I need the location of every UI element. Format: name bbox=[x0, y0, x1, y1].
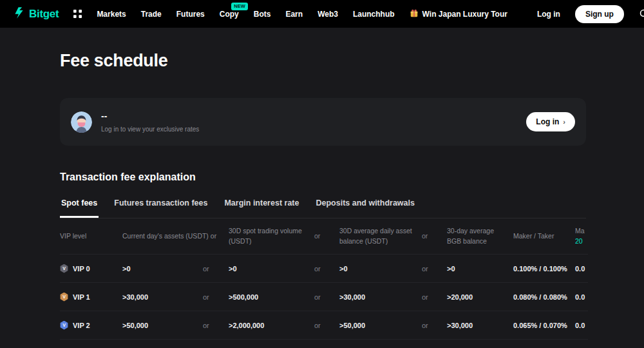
col-header-vip: VIP level bbox=[60, 231, 122, 241]
volume-cell: >500,000 bbox=[229, 293, 314, 301]
volume-cell: >2,000,000 bbox=[229, 322, 314, 329]
table-row-vip2: V VIP 2 >50,000 or >2,000,000 or >50,000… bbox=[60, 311, 588, 340]
volume-cell: >0 bbox=[229, 265, 314, 273]
user-rates-card: -- Log in to view your exclusive rates L… bbox=[60, 98, 586, 146]
col-header-clipped: Ma 20 bbox=[575, 226, 588, 246]
vip-level-cell: V VIP 2 bbox=[60, 321, 122, 330]
nav-item-web3[interactable]: Web3 bbox=[317, 10, 338, 19]
vip-level-cell: V VIP 1 bbox=[60, 293, 122, 302]
col-header-volume: 30D spot trading volume (USDT) bbox=[229, 226, 314, 246]
clipped-cell: 0.0 bbox=[575, 322, 588, 329]
login-note: Log in to view your exclusive rates bbox=[101, 126, 199, 133]
col-header-balance: 30D average daily asset balance (USDT) bbox=[339, 226, 422, 246]
balance-cell: >0 bbox=[339, 265, 422, 273]
maker-taker-cell: 0.080% / 0.080% bbox=[513, 293, 575, 301]
col-header-or-2: or bbox=[422, 231, 447, 241]
nav-login-link[interactable]: Log in bbox=[537, 10, 560, 19]
search-icon[interactable] bbox=[639, 8, 644, 19]
bitget-logo-word: Bitget bbox=[29, 8, 59, 21]
nav-item-bots[interactable]: Bots bbox=[254, 10, 271, 19]
tab-spot-fees[interactable]: Spot fees bbox=[60, 198, 99, 218]
bgb-cell: >0 bbox=[447, 265, 513, 273]
balance-cell: >50,000 bbox=[339, 322, 422, 329]
nav-promo-japan-tour[interactable]: Win Japan Luxury Tour bbox=[410, 8, 507, 19]
table-row-vip1: V VIP 1 >30,000 or >500,000 or >30,000 o… bbox=[60, 283, 588, 311]
nav-item-markets[interactable]: Markets bbox=[97, 10, 126, 19]
username: -- bbox=[101, 111, 199, 121]
chevron-right-icon: › bbox=[563, 118, 565, 126]
vip-level-cell: V VIP 0 bbox=[60, 264, 122, 273]
new-badge: NEW bbox=[231, 3, 248, 10]
signup-button[interactable]: Sign up bbox=[575, 5, 624, 23]
vip-badge-icon: V bbox=[60, 264, 68, 273]
gift-icon bbox=[410, 8, 419, 19]
table-row-vip0: V VIP 0 >0 or >0 or >0 or >0 0.100% / 0.… bbox=[60, 255, 588, 283]
apps-grid-icon[interactable] bbox=[73, 10, 82, 18]
assets-cell: >0 bbox=[122, 265, 203, 273]
avatar bbox=[71, 111, 92, 133]
col-header-bgb: 30-day average BGB balance bbox=[447, 226, 513, 246]
table-header-row: VIP level Current day's assets (USDT) or… bbox=[60, 218, 588, 255]
assets-cell: >30,000 bbox=[122, 293, 203, 301]
tab-deposits-withdrawals[interactable]: Deposits and withdrawals bbox=[314, 198, 416, 218]
nav-promo-label: Win Japan Luxury Tour bbox=[422, 10, 507, 19]
main-content: Fee schedule -- Log in to view your excl… bbox=[0, 51, 644, 340]
bitget-logo[interactable]: Bitget bbox=[13, 6, 59, 22]
user-info: -- Log in to view your exclusive rates bbox=[101, 111, 199, 133]
maker-taker-cell: 0.065% / 0.070% bbox=[513, 322, 575, 329]
maker-taker-cell: 0.100% / 0.100% bbox=[513, 265, 575, 273]
nav-item-trade[interactable]: Trade bbox=[141, 10, 162, 19]
page-title: Fee schedule bbox=[60, 51, 644, 71]
fee-tabs: Spot fees Futures transaction fees Margi… bbox=[60, 198, 586, 218]
tab-futures-fees[interactable]: Futures transaction fees bbox=[113, 198, 209, 218]
col-header-assets: Current day's assets (USDT) or bbox=[122, 231, 229, 241]
nav-item-launchhub[interactable]: Launchhub bbox=[353, 10, 395, 19]
balance-cell: >30,000 bbox=[339, 293, 422, 301]
nav-item-futures[interactable]: Futures bbox=[176, 10, 205, 19]
section-title: Transaction fee explanation bbox=[60, 171, 644, 183]
bgb-cell: >20,000 bbox=[447, 293, 513, 301]
bgb-cell: >30,000 bbox=[447, 322, 513, 329]
vip-badge-icon: V bbox=[60, 321, 68, 330]
tab-margin-interest[interactable]: Margin interest rate bbox=[223, 198, 300, 218]
clipped-cell: 0.0 bbox=[575, 293, 588, 301]
nav-item-copy[interactable]: Copy NEW bbox=[220, 10, 239, 19]
nav-item-earn[interactable]: Earn bbox=[285, 10, 303, 19]
col-header-or-1: or bbox=[314, 231, 339, 241]
col-header-maker-taker: Maker / Taker bbox=[513, 231, 575, 241]
card-login-button[interactable]: Log in › bbox=[526, 112, 575, 131]
clipped-cell: 0.0 bbox=[575, 265, 588, 273]
top-nav: Bitget Markets Trade Futures Copy NEW Bo… bbox=[0, 0, 644, 28]
assets-cell: >50,000 bbox=[122, 322, 203, 329]
fee-table: VIP level Current day's assets (USDT) or… bbox=[60, 218, 588, 340]
bitget-logo-icon bbox=[13, 6, 26, 22]
vip-badge-icon: V bbox=[60, 293, 68, 302]
